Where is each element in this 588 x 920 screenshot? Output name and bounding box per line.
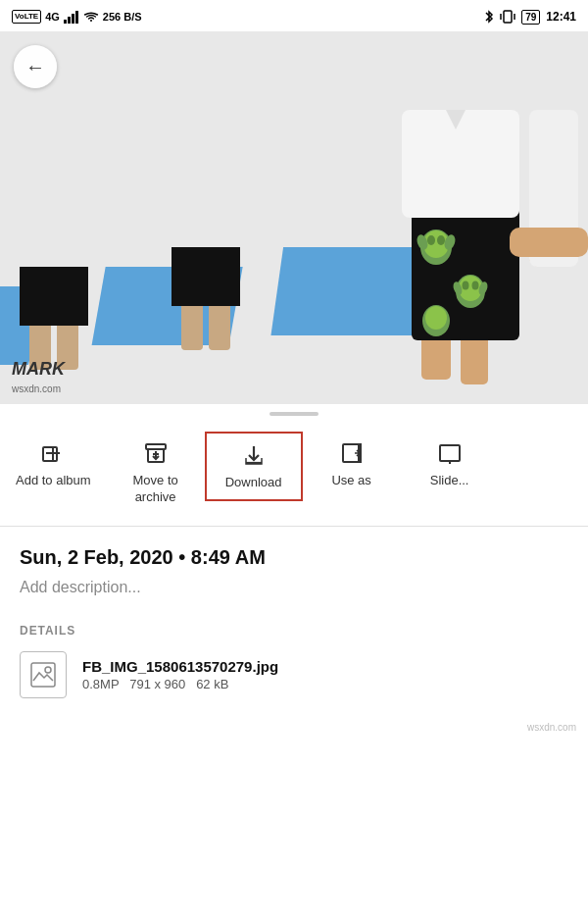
description-placeholder[interactable]: Add description... — [20, 579, 568, 596]
drag-handle-area — [0, 404, 588, 424]
file-details-row: FB_IMG_1580613570279.jpg 0.8MP 791 x 960… — [20, 651, 568, 698]
svg-rect-17 — [172, 247, 240, 306]
file-size: 62 kB — [196, 677, 228, 691]
move-to-archive-button[interactable]: Move to archive — [107, 432, 205, 514]
svg-rect-35 — [402, 110, 519, 218]
network-type: 4G — [45, 11, 60, 23]
file-dimensions: 791 x 960 — [129, 677, 185, 691]
move-to-archive-label: Move to archive — [132, 473, 177, 506]
download-label: Download — [225, 475, 282, 491]
svg-point-23 — [427, 235, 435, 245]
signal-icon — [64, 10, 79, 24]
svg-rect-3 — [75, 11, 78, 24]
svg-rect-55 — [31, 663, 55, 687]
svg-rect-2 — [72, 14, 74, 24]
svg-point-29 — [463, 281, 469, 290]
svg-rect-1 — [68, 17, 71, 24]
drag-handle — [270, 412, 318, 416]
svg-rect-5 — [504, 11, 512, 23]
volte-badge: VoLTE — [12, 10, 41, 24]
download-button[interactable]: Download — [205, 432, 303, 501]
file-resolution: 0.8MP — [82, 677, 119, 691]
add-to-album-button[interactable]: Add to album — [0, 432, 107, 497]
use-as-icon — [339, 439, 365, 467]
status-bar: VoLTE 4G 256 B/S 79 — [0, 0, 588, 31]
svg-text:MARK: MARK — [12, 359, 67, 379]
archive-icon — [143, 439, 169, 467]
data-speed: 256 B/S — [103, 11, 142, 23]
svg-rect-53 — [440, 445, 460, 461]
svg-rect-11 — [270, 247, 430, 335]
add-to-album-label: Add to album — [16, 473, 91, 489]
svg-rect-0 — [64, 20, 67, 24]
vibrate-icon — [500, 10, 515, 24]
svg-rect-4 — [504, 11, 512, 23]
slideshow-icon — [437, 439, 463, 467]
section-divider — [0, 526, 588, 527]
download-icon — [241, 441, 267, 469]
file-icon-box — [20, 651, 67, 698]
file-info: FB_IMG_1580613570279.jpg 0.8MP 791 x 960… — [82, 658, 278, 691]
attribution: wsxdn.com — [0, 718, 588, 737]
svg-point-24 — [437, 235, 445, 245]
photo-date: Sun, 2 Feb, 2020 • 8:49 AM — [20, 546, 568, 569]
details-section: DETAILS FB_IMG_1580613570279.jpg 0.8MP 7… — [0, 624, 588, 718]
image-file-icon — [29, 661, 57, 689]
svg-rect-14 — [20, 267, 88, 326]
svg-point-28 — [459, 276, 482, 301]
clock: 12:41 — [546, 10, 576, 24]
actions-row: Add to album Move to archive — [0, 424, 588, 522]
slideshow-label: Slide... — [430, 473, 469, 489]
cartoon-image: MARK wsxdn.com — [0, 31, 588, 404]
status-left: VoLTE 4G 256 B/S — [12, 10, 142, 24]
back-button[interactable]: ← — [14, 45, 57, 88]
battery-indicator: 79 — [521, 10, 540, 25]
status-right: 79 12:41 — [484, 9, 576, 25]
svg-rect-19 — [461, 335, 488, 384]
back-arrow-icon: ← — [25, 57, 45, 77]
use-as-label: Use as — [331, 473, 370, 489]
svg-text:wsxdn.com: wsxdn.com — [11, 383, 61, 394]
details-heading: DETAILS — [20, 624, 568, 638]
slideshow-button[interactable]: Slide... — [401, 432, 499, 497]
svg-point-34 — [425, 306, 447, 330]
svg-point-30 — [472, 281, 479, 290]
use-as-button[interactable]: Use as — [303, 432, 401, 497]
svg-point-56 — [45, 667, 51, 673]
photo-viewer: MARK wsxdn.com ← — [0, 31, 588, 404]
bluetooth-icon — [484, 9, 494, 25]
wifi-icon — [83, 11, 99, 23]
add-to-album-icon — [40, 439, 66, 467]
file-meta: 0.8MP 791 x 960 62 kB — [82, 677, 278, 691]
file-name: FB_IMG_1580613570279.jpg — [82, 658, 278, 675]
photo-info-section: Sun, 2 Feb, 2020 • 8:49 AM Add descripti… — [0, 531, 588, 624]
svg-rect-39 — [510, 228, 588, 257]
